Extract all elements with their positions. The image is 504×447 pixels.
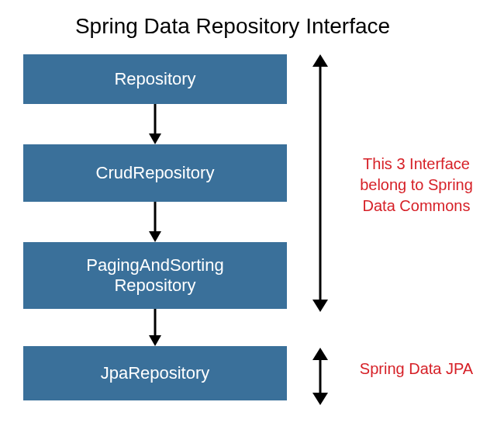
arrow-down-icon: [146, 309, 164, 346]
arrow-down-icon: [146, 202, 164, 242]
arrow-down-1: [23, 104, 287, 144]
svg-marker-3: [149, 231, 161, 242]
svg-marker-9: [312, 348, 328, 360]
diagram: Repository CrudRepository PagingAndSorti…: [0, 45, 504, 441]
box-label-line1: PagingAndSorting: [86, 255, 223, 275]
box-label: Repository: [114, 69, 195, 89]
bracket-spring-data-commons: [306, 54, 337, 312]
arrow-down-2: [23, 202, 287, 242]
box-label-line2: Repository: [114, 275, 195, 296]
annotation-commons: This 3 Interface belong to Spring Data C…: [343, 154, 490, 217]
box-jpa-repository: JpaRepository: [23, 346, 287, 400]
boxes-column: Repository CrudRepository PagingAndSorti…: [23, 54, 287, 400]
box-crud-repository: CrudRepository: [23, 144, 287, 202]
double-arrow-icon: [306, 348, 337, 405]
bracket-spring-data-jpa: [306, 348, 337, 405]
box-label: JpaRepository: [101, 363, 210, 383]
svg-marker-1: [149, 133, 161, 144]
svg-marker-11: [312, 393, 328, 405]
double-arrow-icon: [306, 54, 337, 312]
svg-marker-6: [312, 54, 328, 67]
svg-marker-8: [312, 300, 328, 312]
arrow-down-3: [23, 309, 287, 346]
svg-marker-5: [149, 335, 161, 346]
box-repository: Repository: [23, 54, 287, 104]
page-title: Spring Data Repository Interface: [47, 0, 419, 45]
arrow-down-icon: [146, 104, 164, 144]
box-label: CrudRepository: [96, 163, 215, 183]
annotation-jpa: Spring Data JPA: [350, 359, 482, 379]
box-paging-sorting-repository: PagingAndSorting Repository: [23, 242, 287, 309]
